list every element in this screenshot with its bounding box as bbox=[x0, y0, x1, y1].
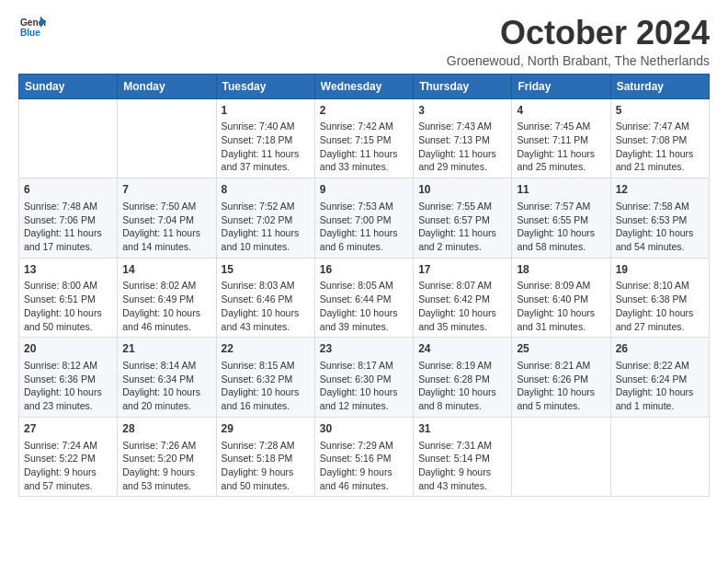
day-info: Sunset: 6:26 PM bbox=[517, 373, 605, 386]
day-info: Daylight: 11 hours and 21 minutes. bbox=[616, 147, 704, 174]
day-info: Sunset: 6:49 PM bbox=[122, 293, 210, 306]
day-info: Sunset: 6:36 PM bbox=[24, 373, 112, 386]
day-info: Daylight: 10 hours and 20 minutes. bbox=[122, 385, 210, 412]
table-row: 23Sunrise: 8:17 AMSunset: 6:30 PMDayligh… bbox=[314, 338, 413, 418]
day-info: Sunset: 6:24 PM bbox=[616, 373, 704, 386]
day-info: Daylight: 10 hours and 5 minutes. bbox=[517, 385, 605, 412]
day-info: Sunrise: 7:29 AM bbox=[320, 439, 408, 453]
header: General Blue October 2024 Groenewoud, No… bbox=[18, 15, 710, 68]
table-row: 9Sunrise: 7:53 AMSunset: 7:00 PMDaylight… bbox=[314, 178, 413, 259]
table-row: 11Sunrise: 7:57 AMSunset: 6:55 PMDayligh… bbox=[512, 178, 610, 259]
day-info: Daylight: 9 hours and 50 minutes. bbox=[222, 465, 310, 492]
day-info: Daylight: 10 hours and 12 minutes. bbox=[320, 385, 408, 412]
day-number: 30 bbox=[320, 421, 408, 437]
day-info: Sunrise: 8:22 AM bbox=[616, 359, 704, 373]
table-row: 14Sunrise: 8:02 AMSunset: 6:49 PMDayligh… bbox=[118, 258, 216, 338]
table-row bbox=[512, 417, 610, 497]
table-row: 10Sunrise: 7:55 AMSunset: 6:57 PMDayligh… bbox=[414, 178, 512, 259]
day-number: 13 bbox=[24, 262, 112, 278]
subtitle: Groenewoud, North Brabant, The Netherlan… bbox=[447, 53, 710, 68]
day-info: Daylight: 11 hours and 10 minutes. bbox=[222, 226, 310, 253]
day-info: Sunrise: 8:07 AM bbox=[418, 279, 506, 293]
day-info: Sunset: 5:14 PM bbox=[418, 452, 506, 465]
day-info: Sunset: 5:20 PM bbox=[122, 452, 210, 465]
table-row: 13Sunrise: 8:00 AMSunset: 6:51 PMDayligh… bbox=[19, 258, 118, 338]
day-number: 5 bbox=[616, 103, 704, 119]
calendar-week-row: 20Sunrise: 8:12 AMSunset: 6:36 PMDayligh… bbox=[19, 338, 710, 418]
day-info: Daylight: 10 hours and 43 minutes. bbox=[222, 306, 310, 333]
day-info: Sunset: 6:51 PM bbox=[24, 293, 112, 306]
table-row: 17Sunrise: 8:07 AMSunset: 6:42 PMDayligh… bbox=[414, 258, 512, 338]
day-info: Sunrise: 8:03 AM bbox=[222, 279, 310, 293]
day-number: 22 bbox=[222, 341, 310, 357]
day-number: 15 bbox=[222, 262, 310, 278]
day-info: Sunrise: 7:26 AM bbox=[122, 439, 210, 453]
day-number: 3 bbox=[418, 103, 506, 119]
day-info: Daylight: 9 hours and 53 minutes. bbox=[122, 465, 210, 492]
day-number: 14 bbox=[122, 262, 210, 278]
day-info: Sunset: 6:40 PM bbox=[517, 293, 605, 306]
month-title: October 2024 bbox=[447, 15, 710, 52]
day-info: Sunrise: 8:19 AM bbox=[418, 359, 506, 373]
day-number: 11 bbox=[517, 182, 605, 198]
day-info: Sunrise: 8:09 AM bbox=[517, 279, 605, 293]
day-info: Sunset: 7:02 PM bbox=[222, 213, 310, 227]
day-info: Sunset: 7:08 PM bbox=[616, 133, 704, 147]
header-monday: Monday bbox=[118, 74, 216, 98]
day-info: Daylight: 9 hours and 57 minutes. bbox=[24, 465, 112, 492]
table-row: 8Sunrise: 7:52 AMSunset: 7:02 PMDaylight… bbox=[216, 178, 314, 259]
logo: General Blue bbox=[18, 15, 46, 40]
calendar-week-row: 1Sunrise: 7:40 AMSunset: 7:18 PMDaylight… bbox=[19, 98, 710, 178]
day-info: Daylight: 11 hours and 17 minutes. bbox=[24, 226, 112, 253]
day-number: 7 bbox=[122, 182, 210, 198]
day-number: 23 bbox=[320, 341, 408, 357]
day-info: Sunset: 6:55 PM bbox=[517, 213, 605, 227]
table-row: 27Sunrise: 7:24 AMSunset: 5:22 PMDayligh… bbox=[19, 417, 118, 497]
day-info: Daylight: 11 hours and 2 minutes. bbox=[418, 226, 506, 253]
day-number: 28 bbox=[122, 421, 210, 437]
table-row: 28Sunrise: 7:26 AMSunset: 5:20 PMDayligh… bbox=[118, 417, 216, 497]
day-info: Sunrise: 8:21 AM bbox=[517, 359, 605, 373]
day-info: Daylight: 11 hours and 6 minutes. bbox=[320, 226, 408, 253]
table-row: 16Sunrise: 8:05 AMSunset: 6:44 PMDayligh… bbox=[314, 258, 413, 338]
day-number: 1 bbox=[222, 103, 310, 119]
title-block: October 2024 Groenewoud, North Brabant, … bbox=[447, 15, 710, 68]
table-row: 15Sunrise: 8:03 AMSunset: 6:46 PMDayligh… bbox=[216, 258, 314, 338]
table-row: 26Sunrise: 8:22 AMSunset: 6:24 PMDayligh… bbox=[610, 338, 709, 418]
day-info: Sunrise: 8:17 AM bbox=[320, 359, 408, 373]
day-info: Sunrise: 7:45 AM bbox=[517, 120, 605, 133]
day-info: Sunset: 5:16 PM bbox=[320, 452, 408, 465]
day-info: Sunrise: 7:57 AM bbox=[517, 200, 605, 213]
header-thursday: Thursday bbox=[414, 74, 512, 98]
day-info: Sunset: 7:06 PM bbox=[24, 213, 112, 227]
day-info: Sunrise: 7:53 AM bbox=[320, 200, 408, 213]
calendar-week-row: 13Sunrise: 8:00 AMSunset: 6:51 PMDayligh… bbox=[19, 258, 710, 338]
header-friday: Friday bbox=[512, 74, 610, 98]
day-info: Sunrise: 8:15 AM bbox=[222, 359, 310, 373]
day-info: Sunrise: 8:14 AM bbox=[122, 359, 210, 373]
day-info: Daylight: 10 hours and 27 minutes. bbox=[616, 306, 704, 333]
table-row: 5Sunrise: 7:47 AMSunset: 7:08 PMDaylight… bbox=[610, 98, 709, 178]
day-info: Daylight: 10 hours and 50 minutes. bbox=[24, 306, 112, 333]
table-row: 7Sunrise: 7:50 AMSunset: 7:04 PMDaylight… bbox=[118, 178, 216, 259]
table-row: 3Sunrise: 7:43 AMSunset: 7:13 PMDaylight… bbox=[414, 98, 512, 178]
day-info: Sunset: 6:46 PM bbox=[222, 293, 310, 306]
day-info: Sunrise: 7:50 AM bbox=[122, 200, 210, 213]
table-row: 30Sunrise: 7:29 AMSunset: 5:16 PMDayligh… bbox=[314, 417, 413, 497]
svg-text:Blue: Blue bbox=[20, 28, 40, 38]
day-number: 4 bbox=[517, 103, 605, 119]
day-info: Sunset: 6:53 PM bbox=[616, 213, 704, 227]
day-number: 20 bbox=[24, 341, 112, 357]
day-number: 17 bbox=[418, 262, 506, 278]
day-info: Sunset: 7:11 PM bbox=[517, 133, 605, 147]
table-row bbox=[610, 417, 709, 497]
day-info: Daylight: 10 hours and 35 minutes. bbox=[418, 306, 506, 333]
day-info: Sunset: 6:44 PM bbox=[320, 293, 408, 306]
day-number: 18 bbox=[517, 262, 605, 278]
day-number: 19 bbox=[616, 262, 704, 278]
day-info: Sunrise: 8:12 AM bbox=[24, 359, 112, 373]
day-number: 10 bbox=[418, 182, 506, 198]
day-info: Sunset: 6:30 PM bbox=[320, 373, 408, 386]
day-info: Daylight: 11 hours and 14 minutes. bbox=[122, 226, 210, 253]
day-info: Sunset: 7:04 PM bbox=[122, 213, 210, 227]
